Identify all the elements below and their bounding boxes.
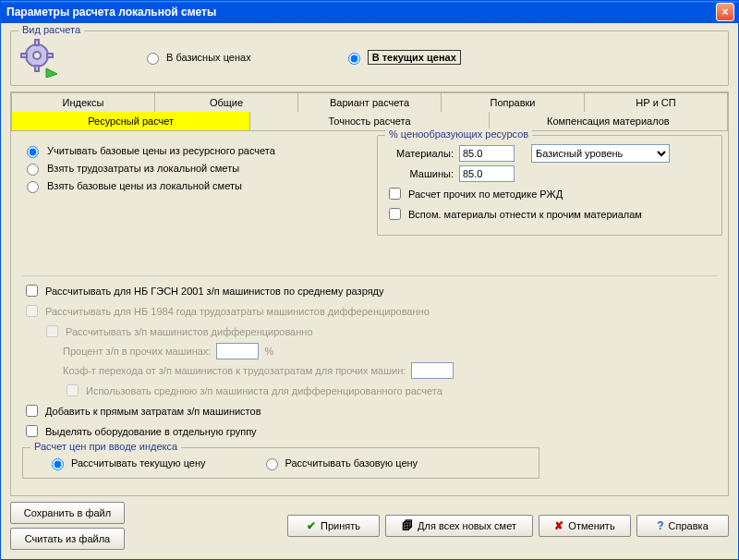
materials-input[interactable] — [459, 145, 515, 162]
tab-row-2: Ресурсный расчет Точность расчета Компен… — [11, 112, 728, 130]
button-bar: Сохранить в файл Считать из файла ✔Приня… — [10, 502, 729, 550]
calc-type-legend: Вид расчета — [18, 24, 84, 35]
check-avg-zp-label: Использовать среднюю з/п машиниста для д… — [86, 385, 442, 396]
tab-variant[interactable]: Вариант расчета — [298, 92, 442, 112]
cross-icon: ✘ — [554, 519, 563, 532]
radio-current-label: В текущих ценах — [368, 50, 461, 65]
check-gesn2001-label: Рассчитывать для НБ ГЭСН 2001 з/п машини… — [45, 286, 384, 297]
pct-zp-label: Процент з/п в прочих машинах: — [63, 346, 211, 357]
check-add-direct[interactable]: Добавить к прямым затратам з/п машинисто… — [22, 402, 717, 420]
tab-control: Индексы Общие Вариант расчета Поправки Н… — [10, 91, 729, 496]
titlebar: Параметры расчета локальной сметы × — [1, 1, 738, 23]
check-rzhd-label: Расчет прочих по методике РЖД — [408, 189, 563, 200]
check-separate-equipment[interactable]: Выделять оборудование в отдельную группу — [22, 422, 717, 440]
check-rzhd[interactable]: Расчет прочих по методике РЖД — [385, 185, 714, 202]
dialog-window: Параметры расчета локальной сметы × Вид … — [0, 0, 739, 560]
gear-icon — [18, 37, 59, 78]
file-buttons: Сохранить в файл Считать из файла — [10, 502, 125, 550]
check-separate-equipment-input[interactable] — [26, 425, 38, 437]
close-icon[interactable]: × — [716, 3, 734, 21]
radio-basic-prices[interactable]: В базисных ценах — [142, 50, 251, 65]
tab-row-1: Индексы Общие Вариант расчета Поправки Н… — [11, 92, 728, 112]
help-button[interactable]: ?Справка — [636, 515, 729, 537]
radio-current-input[interactable] — [348, 53, 360, 65]
pct-zp-input — [216, 343, 259, 359]
calc-type-group: Вид расчета В базисных ц — [10, 30, 729, 86]
level-select[interactable]: Базисный уровень — [531, 144, 670, 163]
pct-legend: % ценообразующих ресурсов — [385, 128, 532, 140]
check-diff-zp-label: Рассчитывать з/п машинистов дифференциро… — [66, 326, 313, 337]
tab-compensation[interactable]: Компенсация материалов — [490, 112, 728, 130]
radio-calc-base-label: Рассчитывать базовую цену — [285, 457, 418, 469]
check-gesn2001[interactable]: Рассчитывать для НБ ГЭСН 2001 з/п машини… — [22, 282, 717, 299]
radio-labor-from-estimate[interactable]: Взять трудозатраты из локальной сметы — [22, 161, 373, 176]
radio-base-from-resource-label: Учитывать базовые цены из ресурсного рас… — [47, 145, 275, 156]
svg-point-1 — [33, 52, 41, 59]
radio-calc-base[interactable]: Рассчитывать базовую цену — [261, 456, 418, 470]
radio-labor-from-estimate-label: Взять трудозатраты из локальной сметы — [47, 163, 239, 174]
radio-calc-base-input[interactable] — [266, 458, 278, 470]
tab-panel-resource: Учитывать базовые цены из ресурсного рас… — [11, 130, 728, 495]
machines-input[interactable] — [459, 165, 515, 182]
check-avg-zp: Использовать среднюю з/п машиниста для д… — [63, 382, 717, 399]
window-title: Параметры расчета локальной сметы — [6, 6, 716, 18]
base-price-radios: Учитывать базовые цены из ресурсного рас… — [22, 143, 373, 193]
all-new-button[interactable]: 🗐Для всех новых смет — [385, 515, 533, 537]
radio-base-from-resource-input[interactable] — [27, 146, 39, 158]
check-diff-zp: Рассчитывать з/п машинистов дифференциро… — [42, 323, 717, 340]
check-vspom-label: Вспом. материалы отнести к прочим матери… — [408, 209, 642, 220]
radio-calc-current-input[interactable] — [52, 458, 64, 470]
svg-marker-6 — [46, 68, 57, 78]
pct-suffix: % — [264, 346, 273, 357]
radio-base-from-estimate-input[interactable] — [27, 181, 39, 193]
radio-base-from-resource[interactable]: Учитывать базовые цены из ресурсного рас… — [22, 143, 373, 158]
check-nb1984-label: Рассчитывать для НБ 1984 года трудозатра… — [45, 306, 430, 317]
price-index-legend: Расчет цен при вводе индекса — [30, 441, 181, 452]
radio-base-from-estimate[interactable]: Взять базовые цены из локальной сметы — [22, 178, 373, 193]
svg-rect-5 — [47, 54, 53, 57]
tab-precision[interactable]: Точность расчета — [250, 112, 489, 130]
help-icon: ? — [657, 519, 663, 532]
client-area: Вид расчета В базисных ц — [1, 23, 738, 559]
separator — [22, 275, 717, 276]
check-nb1984: Рассчитывать для НБ 1984 года трудозатра… — [22, 302, 717, 320]
check-nb1984-input — [26, 305, 38, 317]
check-separate-equipment-label: Выделять оборудование в отдельную группу — [45, 426, 257, 437]
radio-labor-from-estimate-input[interactable] — [27, 164, 39, 176]
tab-common[interactable]: Общие — [155, 92, 298, 112]
radio-basic-label: В базисных ценах — [166, 52, 251, 63]
radio-current-prices[interactable]: В текущих ценах — [344, 50, 461, 65]
radio-calc-current-label: Рассчитывать текущую цену — [71, 457, 206, 469]
radio-calc-current[interactable]: Рассчитывать текущую цену — [47, 456, 206, 470]
check-avg-zp-input — [67, 384, 79, 396]
check-vspom[interactable]: Вспом. материалы отнести к прочим матери… — [385, 205, 714, 223]
machines-label: Машины: — [385, 168, 454, 179]
radio-base-from-estimate-label: Взять базовые цены из локальной сметы — [47, 180, 242, 191]
check-vspom-input[interactable] — [389, 208, 401, 220]
check-rzhd-input[interactable] — [389, 188, 401, 200]
materials-label: Материалы: — [385, 148, 454, 159]
read-file-button[interactable]: Считать из файла — [10, 528, 125, 550]
tab-corrections[interactable]: Поправки — [442, 92, 585, 112]
radio-basic-input[interactable] — [147, 53, 159, 65]
check-icon: ✔ — [307, 519, 316, 532]
check-diff-zp-input — [46, 325, 58, 337]
check-gesn2001-input[interactable] — [26, 285, 38, 297]
copy-icon: 🗐 — [402, 519, 413, 532]
coef-input — [411, 362, 454, 379]
save-file-button[interactable]: Сохранить в файл — [10, 502, 125, 524]
tab-nr-sp[interactable]: НР и СП — [585, 92, 728, 112]
accept-button[interactable]: ✔Принять — [287, 515, 380, 537]
check-add-direct-label: Добавить к прямым затратам з/п машинисто… — [45, 406, 261, 417]
pct-resources-box: % ценообразующих ресурсов Материалы: Баз… — [377, 135, 722, 236]
coef-label: Коэф-т перехода от з/п машинистов к труд… — [63, 365, 406, 376]
svg-rect-3 — [35, 66, 39, 71]
price-index-group: Расчет цен при вводе индекса Рассчитыват… — [22, 447, 539, 479]
svg-rect-4 — [21, 54, 27, 57]
diff-subgroup: Рассчитывать з/п машинистов дифференциро… — [42, 323, 717, 399]
calc-type-radios: В базисных ценах В текущих ценах — [68, 50, 721, 65]
cancel-button[interactable]: ✘Отменить — [539, 515, 631, 537]
tab-indexes[interactable]: Индексы — [11, 92, 155, 112]
check-add-direct-input[interactable] — [26, 405, 38, 417]
tab-resource-calc[interactable]: Ресурсный расчет — [11, 112, 250, 130]
